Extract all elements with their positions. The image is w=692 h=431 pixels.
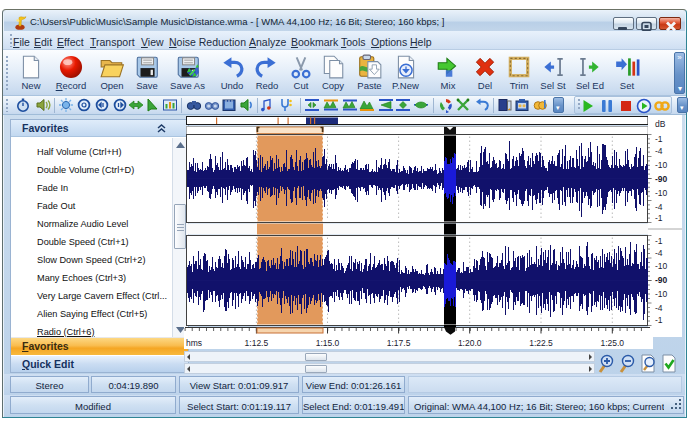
svg-text:-10: -10 [655, 188, 668, 198]
svg-text:1:22.5: 1:22.5 [529, 338, 553, 348]
svg-text:-1: -1 [655, 315, 663, 325]
svg-text:-4: -4 [655, 303, 663, 313]
svg-text:1:12.5: 1:12.5 [245, 338, 269, 348]
svg-text:1:20.0: 1:20.0 [458, 338, 482, 348]
svg-text:-1: -1 [655, 236, 663, 246]
svg-text:-4: -4 [655, 146, 663, 156]
svg-text:1:25.0: 1:25.0 [600, 338, 624, 348]
svg-text:-10: -10 [655, 289, 668, 299]
svg-text:-1: -1 [655, 134, 663, 144]
svg-text:-10: -10 [655, 160, 668, 170]
svg-text:-10: -10 [655, 261, 668, 271]
svg-text:1:17.5: 1:17.5 [387, 338, 411, 348]
svg-text:-1: -1 [655, 213, 663, 223]
svg-text:-90: -90 [655, 275, 668, 285]
svg-text:-90: -90 [655, 174, 668, 184]
svg-text:-4: -4 [655, 202, 663, 212]
svg-text:dB: dB [655, 119, 666, 129]
svg-text:1:15.0: 1:15.0 [316, 338, 340, 348]
svg-text:hms: hms [186, 338, 202, 348]
svg-text:-4: -4 [655, 248, 663, 258]
